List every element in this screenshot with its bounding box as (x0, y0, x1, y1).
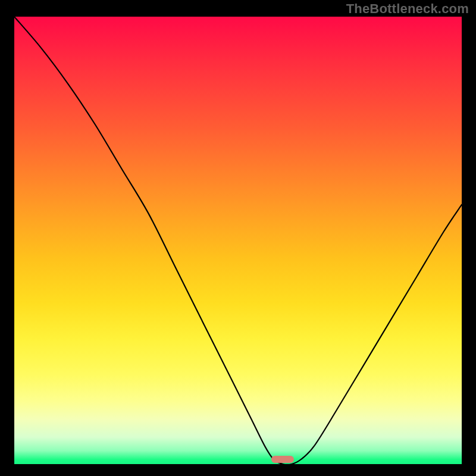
curve-path (14, 17, 462, 464)
bottleneck-curve (14, 17, 462, 464)
chart-frame: TheBottleneck.com (0, 0, 476, 476)
watermark-text: TheBottleneck.com (346, 1, 469, 17)
min-marker (271, 456, 294, 463)
plot-area (14, 17, 462, 464)
